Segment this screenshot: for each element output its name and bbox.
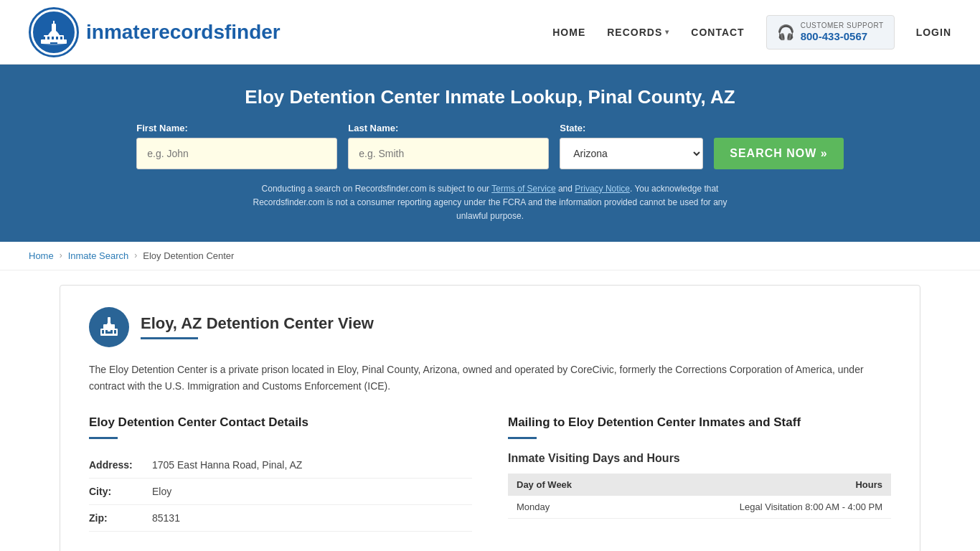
city-label: City: (89, 486, 146, 497)
logo-icon (29, 7, 79, 57)
description-text: The Eloy Detention Center is a private p… (89, 362, 891, 396)
mailing-column: Mailing to Eloy Detention Center Inmates… (508, 415, 891, 532)
logo-area: inmaterecordsfinder (29, 7, 281, 57)
contact-underline (89, 437, 118, 439)
main-nav: HOME RECORDS ▾ CONTACT 🎧 CUSTOMER SUPPOR… (552, 15, 951, 50)
svg-rect-5 (53, 21, 55, 25)
hours-monday: Legal Visitation 8:00 AM - 4:00 PM (627, 496, 891, 519)
address-row: Address: 1705 East Hanna Road, Pinal, AZ (89, 452, 472, 479)
visiting-table: Day of Week Hours Monday Legal Visitatio… (508, 474, 891, 519)
col-hours: Hours (627, 474, 891, 496)
facility-icon (89, 307, 129, 347)
svg-rect-7 (47, 37, 50, 39)
mailing-section-title: Mailing to Eloy Detention Center Inmates… (508, 415, 891, 430)
nav-records[interactable]: RECORDS ▾ (607, 27, 669, 38)
breadcrumb-current: Eloy Detention Center (143, 250, 234, 261)
zip-row: Zip: 85131 (89, 505, 472, 532)
content-card: Eloy, AZ Detention Center View The Eloy … (60, 285, 920, 551)
contact-column: Eloy Detention Center Contact Details Ad… (89, 415, 472, 532)
card-title: Eloy, AZ Detention Center View (141, 314, 374, 333)
breadcrumb-sep-1: › (60, 250, 62, 260)
chevron-down-icon: ▾ (665, 28, 669, 36)
svg-rect-15 (102, 330, 104, 334)
svg-rect-8 (52, 37, 54, 39)
title-underline (141, 337, 198, 339)
day-monday: Monday (508, 496, 627, 519)
card-header: Eloy, AZ Detention Center View (89, 307, 891, 347)
city-row: City: Eloy (89, 479, 472, 505)
last-name-label: Last Name: (348, 123, 549, 133)
city-value: Eloy (152, 486, 171, 497)
nav-home[interactable]: HOME (552, 27, 585, 38)
svg-rect-6 (43, 37, 45, 39)
state-select[interactable]: Arizona Alabama Alaska California Colora… (560, 138, 703, 169)
state-label: State: (560, 123, 703, 133)
svg-rect-14 (108, 317, 110, 323)
search-form: First Name: Last Name: State: Arizona Al… (29, 123, 951, 169)
svg-rect-9 (56, 37, 58, 39)
site-header: inmaterecordsfinder HOME RECORDS ▾ CONTA… (0, 0, 980, 65)
headset-icon: 🎧 (777, 24, 795, 41)
main-content: Eloy, AZ Detention Center View The Eloy … (31, 285, 949, 551)
svg-rect-11 (50, 42, 57, 44)
contact-section-title: Eloy Detention Center Contact Details (89, 415, 472, 430)
support-number: 800-433-0567 (801, 30, 884, 43)
svg-rect-13 (103, 324, 115, 329)
table-row: Monday Legal Visitation 8:00 AM - 4:00 P… (508, 496, 891, 519)
address-value: 1705 East Hanna Road, Pinal, AZ (152, 459, 302, 471)
support-label: CUSTOMER SUPPORT (801, 22, 884, 30)
svg-rect-19 (107, 331, 111, 334)
zip-label: Zip: (89, 512, 146, 524)
visiting-title: Inmate Visiting Days and Hours (508, 452, 891, 465)
customer-support: 🎧 CUSTOMER SUPPORT 800-433-0567 (766, 15, 895, 50)
last-name-input[interactable] (348, 138, 549, 169)
first-name-group: First Name: (136, 123, 337, 169)
state-group: State: Arizona Alabama Alaska California… (560, 123, 703, 169)
logo-text: inmaterecordsfinder (86, 21, 281, 44)
nav-contact[interactable]: CONTACT (691, 27, 744, 38)
address-label: Address: (89, 459, 146, 471)
search-button[interactable]: SEARCH NOW » (714, 138, 843, 169)
breadcrumb-inmate-search[interactable]: Inmate Search (68, 250, 129, 261)
zip-value: 85131 (152, 512, 180, 524)
first-name-input[interactable] (136, 138, 337, 169)
breadcrumb: Home › Inmate Search › Eloy Detention Ce… (0, 242, 980, 270)
first-name-label: First Name: (136, 123, 337, 133)
two-col-layout: Eloy Detention Center Contact Details Ad… (89, 415, 891, 532)
hero-banner: Eloy Detention Center Inmate Lookup, Pin… (0, 65, 980, 242)
card-title-area: Eloy, AZ Detention Center View (141, 314, 374, 339)
breadcrumb-home[interactable]: Home (29, 250, 54, 261)
disclaimer-text: Conducting a search on Recordsfinder.com… (239, 182, 741, 224)
breadcrumb-sep-2: › (134, 250, 137, 260)
privacy-link[interactable]: Privacy Notice (575, 184, 630, 194)
col-day: Day of Week (508, 474, 627, 496)
mailing-underline (508, 437, 537, 439)
svg-rect-18 (114, 330, 116, 334)
tos-link[interactable]: Terms of Service (491, 184, 555, 194)
nav-login[interactable]: LOGIN (916, 27, 951, 38)
svg-rect-10 (60, 37, 62, 39)
hero-title: Eloy Detention Center Inmate Lookup, Pin… (29, 86, 951, 108)
last-name-group: Last Name: (348, 123, 549, 169)
